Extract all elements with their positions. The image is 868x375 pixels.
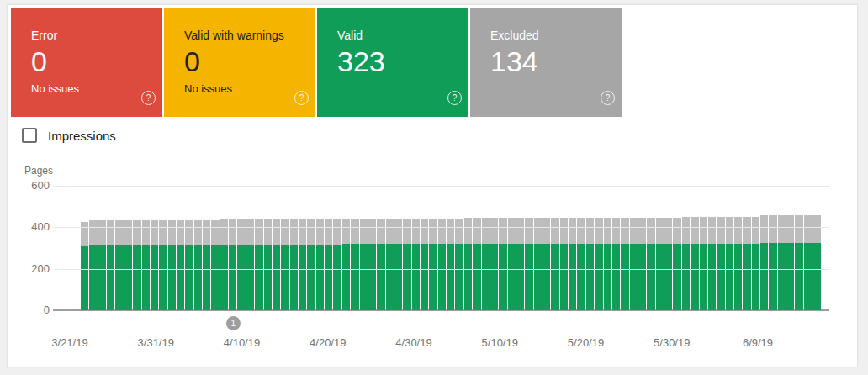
bar[interactable] (124, 220, 132, 310)
bar[interactable] (604, 218, 611, 311)
bar[interactable] (700, 217, 707, 310)
bar[interactable] (595, 218, 602, 311)
status-card-valid-with-warnings[interactable]: Valid with warnings 0 No issues ? (164, 8, 315, 117)
bar[interactable] (229, 219, 236, 310)
bar[interactable] (743, 217, 750, 310)
impressions-label[interactable]: Impressions (48, 129, 116, 143)
bar[interactable] (211, 220, 219, 310)
bar[interactable] (421, 219, 428, 310)
y-axis-tick: 0 (21, 304, 50, 316)
status-card-valid[interactable]: Valid 323 ? (317, 8, 468, 117)
bar[interactable] (377, 219, 384, 310)
bar[interactable] (673, 218, 680, 311)
bar[interactable] (464, 218, 472, 310)
bar[interactable] (726, 217, 733, 310)
bar[interactable] (682, 217, 690, 310)
bar[interactable] (177, 220, 184, 310)
bar[interactable] (194, 220, 202, 310)
help-icon[interactable]: ? (294, 91, 309, 105)
status-card-excluded[interactable]: Excluded 134 ? (470, 8, 622, 117)
help-icon[interactable]: ? (601, 91, 615, 105)
help-icon[interactable]: ? (447, 91, 462, 105)
bar[interactable] (281, 219, 288, 310)
bar[interactable] (482, 218, 490, 310)
bar[interactable] (508, 218, 516, 310)
bar[interactable] (333, 219, 341, 310)
card-title: Valid (337, 28, 457, 43)
bar[interactable] (804, 215, 812, 310)
bar[interactable] (290, 219, 298, 310)
bar[interactable] (752, 217, 760, 310)
bar[interactable] (325, 219, 332, 310)
bar[interactable] (89, 220, 97, 310)
bar[interactable] (621, 218, 628, 311)
bar[interactable] (438, 219, 446, 310)
bar[interactable] (638, 218, 646, 311)
bar[interactable] (429, 219, 437, 310)
bar[interactable] (255, 219, 262, 310)
bar[interactable] (630, 218, 638, 311)
bar[interactable] (142, 220, 150, 310)
bar[interactable] (612, 218, 620, 311)
bar[interactable] (717, 217, 724, 310)
bar[interactable] (403, 219, 410, 310)
bar[interactable] (490, 218, 498, 310)
bar[interactable] (115, 220, 123, 310)
bar[interactable] (220, 219, 228, 310)
bar[interactable] (246, 219, 254, 310)
bar[interactable] (307, 219, 315, 310)
bar[interactable] (394, 219, 402, 310)
bar[interactable] (203, 220, 210, 310)
bar[interactable] (299, 219, 306, 310)
bar[interactable] (447, 219, 454, 310)
bar[interactable] (159, 220, 167, 310)
bar[interactable] (412, 219, 420, 310)
bar[interactable] (560, 218, 568, 310)
bar[interactable] (708, 217, 716, 310)
bar[interactable] (368, 219, 376, 310)
bar[interactable] (795, 215, 802, 310)
bar[interactable] (81, 222, 88, 310)
marker-badge[interactable]: 1 (226, 316, 241, 330)
bar[interactable] (516, 218, 524, 310)
x-axis-tick: 5/30/19 (654, 336, 690, 349)
bar[interactable] (455, 219, 463, 310)
bar[interactable] (656, 218, 664, 311)
bar[interactable] (107, 220, 114, 310)
bar[interactable] (525, 218, 532, 310)
bar[interactable] (786, 215, 794, 310)
bar[interactable] (647, 218, 654, 311)
bar[interactable] (734, 217, 742, 310)
impressions-checkbox[interactable] (22, 128, 37, 143)
status-card-error[interactable]: Error 0 No issues ? (11, 8, 162, 117)
bar[interactable] (778, 215, 786, 310)
bar[interactable] (351, 219, 358, 310)
bar[interactable] (168, 220, 176, 310)
bar[interactable] (691, 217, 698, 310)
bar[interactable] (569, 218, 576, 310)
bar[interactable] (473, 218, 480, 310)
bar[interactable] (237, 219, 245, 310)
bar[interactable] (264, 219, 272, 310)
bar[interactable] (534, 218, 542, 310)
bar[interactable] (360, 219, 368, 310)
bar[interactable] (273, 219, 280, 310)
bar[interactable] (577, 218, 585, 310)
bar[interactable] (316, 219, 324, 310)
bar[interactable] (586, 218, 594, 311)
bar[interactable] (151, 220, 158, 310)
bar[interactable] (98, 220, 106, 310)
bar[interactable] (542, 218, 550, 310)
bar[interactable] (812, 215, 820, 310)
bar[interactable] (664, 218, 672, 311)
bar[interactable] (342, 219, 350, 310)
bar[interactable] (769, 215, 776, 310)
bar[interactable] (760, 215, 768, 310)
bar[interactable] (551, 218, 558, 310)
help-icon[interactable]: ? (141, 91, 156, 105)
bar[interactable] (499, 218, 506, 310)
bar[interactable] (133, 220, 140, 310)
bar[interactable] (185, 220, 193, 310)
bar[interactable] (386, 219, 394, 310)
impressions-toggle-row[interactable]: Impressions (22, 128, 116, 143)
